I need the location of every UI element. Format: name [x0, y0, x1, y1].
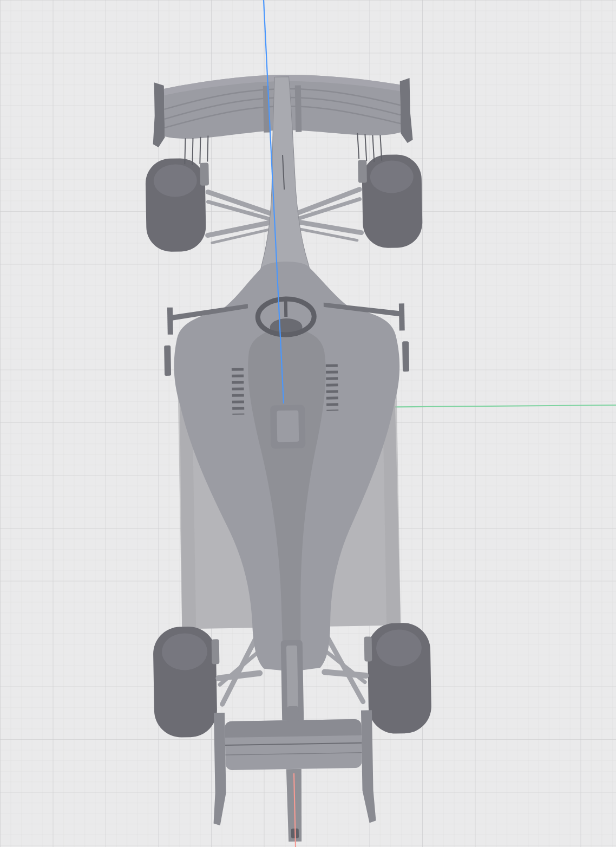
car-model[interactable] — [143, 73, 434, 844]
rear-left-brake-duct — [212, 639, 220, 664]
deflector-endplate-left — [167, 308, 173, 335]
rear-right-brake-duct — [364, 636, 372, 661]
sidepod-fin-left — [164, 346, 171, 376]
cad-viewport[interactable] — [0, 0, 616, 847]
deflector-endplate-right — [399, 303, 405, 330]
front-right-brake-duct — [358, 160, 367, 183]
viewport-canvas[interactable] — [0, 0, 616, 847]
airbox-inlet — [277, 411, 299, 442]
halo-center-pillar — [286, 299, 286, 317]
front-left-brake-duct — [200, 162, 209, 185]
drs-actuator-pod — [287, 706, 299, 722]
front-wing-pylon-right — [295, 85, 302, 132]
sidepod-fin-right — [402, 341, 409, 372]
